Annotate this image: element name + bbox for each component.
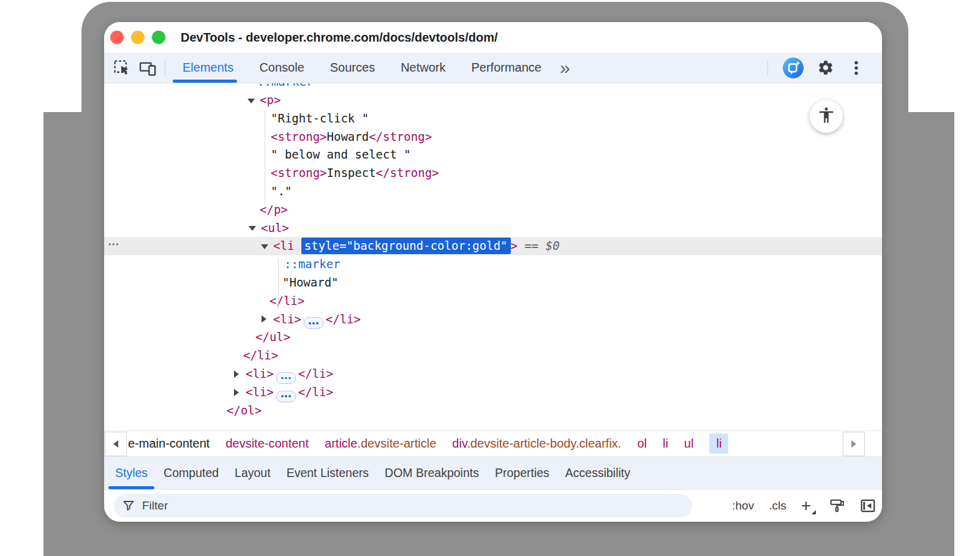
dom-tree-row[interactable]: </li> (104, 292, 882, 310)
breadcrumb-segment: ol (637, 437, 647, 450)
dom-tree-row[interactable]: <strong>Howard</strong> (104, 128, 882, 146)
minimize-button[interactable] (131, 31, 145, 44)
dom-tree-row[interactable]: <li></li> (104, 383, 882, 402)
new-style-rule-button[interactable]: + (801, 500, 815, 512)
dom-tree-row[interactable]: <strong>Inspect</strong> (104, 164, 882, 182)
dom-token-dollar: $0 (546, 239, 560, 252)
dom-token-txt: "." (271, 184, 292, 198)
breadcrumb: e-main-contentdevsite-contentarticle.dev… (128, 434, 837, 454)
expand-arrow-icon[interactable] (234, 389, 239, 396)
dom-node-text: ::marker (257, 83, 314, 91)
expand-arrow-icon[interactable] (249, 226, 256, 231)
dom-tree-row[interactable]: ::marker (104, 255, 882, 274)
row-overflow-icon[interactable]: ⋯ (108, 237, 120, 251)
breadcrumb-item[interactable]: ol (637, 437, 647, 451)
dom-tree-row[interactable]: ⋯<li style="background-color:gold"> == $… (104, 237, 882, 255)
breadcrumb-item[interactable]: e-main-content (128, 437, 209, 451)
more-tabs-icon[interactable]: » (560, 54, 570, 81)
breadcrumb-item[interactable]: div.devsite-article-body.clearfix. (452, 437, 621, 451)
indent-guide (265, 110, 265, 204)
dom-token-tag: <strong> (271, 130, 327, 143)
dom-tree-row[interactable]: "Right-click " (104, 110, 882, 128)
dom-token-pseudo: ::marker (284, 257, 341, 271)
settings-gear-icon[interactable] (817, 59, 834, 77)
more-options-icon[interactable] (848, 59, 865, 77)
inspect-element-icon[interactable] (113, 59, 130, 77)
dom-tree-row[interactable]: "Howard" (104, 274, 882, 292)
breadcrumb-segment: li (716, 437, 722, 450)
zoom-button[interactable] (152, 31, 165, 44)
dom-tree-row[interactable]: <li></li> (104, 365, 882, 383)
element-classes-button[interactable]: .cls (769, 499, 786, 513)
device-toolbar-icon[interactable] (139, 59, 156, 77)
dom-node-text: <li></li> (246, 365, 333, 384)
tab-layout[interactable]: Layout (227, 457, 279, 489)
tab-elements[interactable]: Elements (181, 53, 235, 83)
toggle-element-state-button[interactable]: :hov (732, 499, 754, 513)
expand-arrow-icon[interactable] (262, 315, 266, 323)
expand-arrow-icon[interactable] (247, 99, 255, 103)
chevron-right-icon (851, 440, 856, 448)
breadcrumb-segment: .devsite-article (357, 437, 436, 450)
breadcrumb-item[interactable]: article.devsite-article (325, 437, 436, 451)
dom-token-tag: </li> (270, 294, 304, 307)
dom-token-attrsel: style="background-color:gold" (301, 238, 511, 254)
toolbar-right-controls (766, 58, 882, 78)
tab-network[interactable]: Network (399, 53, 447, 83)
toggle-sidebar-icon[interactable] (860, 498, 876, 514)
dom-tree-row[interactable]: " below and select " (104, 146, 882, 164)
tab-event-listeners[interactable]: Event Listeners (279, 457, 377, 489)
breadcrumb-scroll-right-button[interactable] (843, 432, 865, 456)
dom-token-tag: </li> (243, 348, 278, 362)
dom-token-tag: </strong> (369, 130, 432, 143)
dom-tree-row[interactable]: </p> (104, 201, 882, 219)
dom-tree-row[interactable]: </li> (104, 347, 882, 365)
dom-token-tag: > (511, 239, 518, 252)
ai-assistance-icon[interactable] (783, 58, 804, 78)
tab-properties[interactable]: Properties (487, 457, 557, 489)
paint-roller-icon[interactable] (829, 498, 845, 514)
dom-tree-row[interactable]: <ul> (104, 219, 882, 238)
ellipsis-expand-button[interactable] (276, 391, 296, 402)
dom-token-tag: </strong> (376, 166, 439, 179)
dom-token-tag: </p> (260, 203, 288, 216)
breadcrumb-segment: article (325, 437, 357, 450)
sidebar-pane-tabs: StylesComputedLayoutEvent ListenersDOM B… (104, 456, 882, 489)
dom-token-tag: </li> (326, 312, 361, 326)
dom-tree-row[interactable]: "." (104, 182, 882, 201)
breadcrumb-item[interactable]: li (663, 437, 668, 451)
breadcrumb-item[interactable]: li (709, 434, 728, 454)
breadcrumb-segment: ul (684, 437, 694, 450)
tab-computed[interactable]: Computed (156, 457, 227, 489)
dom-token-pseudo: ::marker (257, 83, 314, 88)
breadcrumb-item[interactable]: ul (684, 437, 694, 451)
tab-sources[interactable]: Sources (329, 53, 376, 83)
tab-accessibility[interactable]: Accessibility (557, 457, 638, 489)
close-button[interactable] (110, 31, 124, 44)
tab-styles[interactable]: Styles (107, 457, 156, 489)
filter-input-pill (114, 494, 692, 517)
dom-node-text: " below and select " (271, 146, 411, 164)
dom-node-text: <li></li> (273, 310, 361, 329)
ellipsis-expand-button[interactable] (276, 372, 296, 384)
dom-tree-row[interactable]: <p> (104, 91, 882, 110)
filter-input[interactable] (141, 498, 684, 513)
tab-console[interactable]: Console (258, 53, 305, 83)
dom-token-txt: Howard (327, 130, 369, 143)
dom-token-txt (294, 239, 301, 252)
dom-tree-row[interactable]: <li></li> (104, 310, 882, 329)
dom-token-txt: Inspect (327, 166, 376, 179)
dom-node-text: <ul> (261, 219, 289, 238)
expand-arrow-icon[interactable] (234, 370, 239, 378)
tab-dom-breakpoints[interactable]: DOM Breakpoints (377, 457, 487, 489)
dom-tree-row[interactable]: </ol> (104, 402, 882, 420)
traffic-lights (110, 31, 165, 44)
expand-arrow-icon[interactable] (261, 244, 268, 249)
dom-tree-row[interactable]: ::marker (104, 83, 882, 91)
dom-tree-row[interactable]: </ul> (104, 328, 882, 347)
breadcrumb-item[interactable]: devsite-content (225, 437, 309, 451)
tab-performance[interactable]: Performance (470, 53, 543, 83)
breadcrumb-scroll-left-button[interactable] (105, 432, 127, 456)
dom-node-text: <li style="background-color:gold"> == $0 (273, 237, 560, 255)
ellipsis-expand-button[interactable] (304, 317, 323, 329)
